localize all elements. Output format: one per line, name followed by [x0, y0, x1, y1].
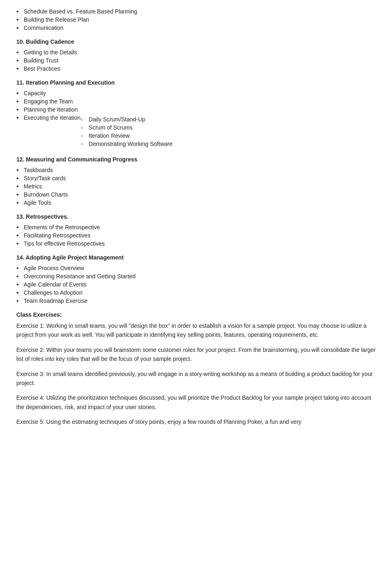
list-item: Schedule Based vs. Feature Based Plannin… — [16, 8, 376, 15]
exercises-heading: Class Exercises: — [16, 311, 376, 318]
sub-list-item: Iteration Review — [80, 132, 172, 139]
exercise-2: Exercise 2: Within your teams you will b… — [16, 345, 376, 364]
top-bullet-list: Schedule Based vs. Feature Based Plannin… — [16, 8, 376, 31]
list-item: Burndown Charts — [16, 191, 376, 198]
list-item: Engaging the Team — [16, 98, 376, 105]
list-item: Tips for effective Retrospectives — [16, 240, 376, 247]
list-item: Facilitating Retrospectives — [16, 232, 376, 239]
section-10: 10. Building Cadence Getting to the Deta… — [16, 38, 376, 72]
list-item: Agile Calendar of Events — [16, 281, 376, 288]
list-item: Building the Release Plan — [16, 16, 376, 23]
sub-list-item: Demonstrating Working Software — [80, 141, 172, 147]
list-item: Communication — [16, 25, 376, 31]
executing-sub-list: Daily Scrum/Stand-Up Scrum of Scrums Ite… — [80, 116, 172, 149]
section-13: 13. Retrospectives. Elements of the Retr… — [16, 213, 376, 247]
list-item: Getting to the Details — [16, 49, 376, 56]
section-10-heading: 10. Building Cadence — [16, 38, 376, 45]
sub-list-item: Scrum of Scrums — [80, 124, 172, 131]
list-item: Planning the Iteration — [16, 106, 376, 113]
exercises-section: Class Exercises: Exercise 1: Working in … — [16, 311, 376, 427]
list-item: Challenges to Adoption — [16, 289, 376, 296]
list-item: Executing the Iteration Daily Scrum/Stan… — [16, 114, 376, 149]
section-10-list: Getting to the Details Building Trust Be… — [16, 49, 376, 72]
section-12-list: Taskboards Story/Task cards Metrics Burn… — [16, 167, 376, 206]
list-item: Best Practices — [16, 65, 376, 72]
list-item: Metrics — [16, 183, 376, 190]
section-12: 12. Measuring and Communicating Progress… — [16, 156, 376, 206]
section-12-heading: 12. Measuring and Communicating Progress — [16, 156, 376, 163]
list-item: Elements of the Retrospective — [16, 224, 376, 231]
list-item: Building Trust — [16, 57, 376, 64]
section-11-list: Capacity Engaging the Team Planning the … — [16, 90, 376, 149]
exercise-3: Exercise 3: In small teams identified pr… — [16, 369, 376, 388]
section-14-list: Agile Process Overview Overcoming Resist… — [16, 265, 376, 304]
list-item: Capacity — [16, 90, 376, 96]
list-item: Story/Task cards — [16, 175, 376, 181]
list-item: Taskboards — [16, 167, 376, 173]
section-11: 11. Iteration Planning and Execution Cap… — [16, 79, 376, 149]
section-14-heading: 14. Adopting Agile Project Management — [16, 254, 376, 261]
list-item: Team Roadmap Exercise — [16, 298, 376, 304]
exercise-5: Exercise 5: Using the estimating techniq… — [16, 417, 376, 426]
list-item: Overcoming Resistance and Getting Starte… — [16, 273, 376, 280]
list-item: Agile Process Overview — [16, 265, 376, 271]
exercise-1: Exercise 1: Working in small teams, you … — [16, 321, 376, 340]
section-14: 14. Adopting Agile Project Management Ag… — [16, 254, 376, 304]
list-item: Agile Tools — [16, 199, 376, 206]
section-13-heading: 13. Retrospectives. — [16, 213, 376, 220]
page-content: Schedule Based vs. Feature Based Plannin… — [16, 8, 376, 427]
sub-list-item: Daily Scrum/Stand-Up — [80, 116, 172, 123]
section-13-list: Elements of the Retrospective Facilitati… — [16, 224, 376, 247]
exercise-4: Exercise 4: Utilizing the prioritization… — [16, 393, 376, 412]
section-11-heading: 11. Iteration Planning and Execution — [16, 79, 376, 86]
section-top: Schedule Based vs. Feature Based Plannin… — [16, 8, 376, 31]
